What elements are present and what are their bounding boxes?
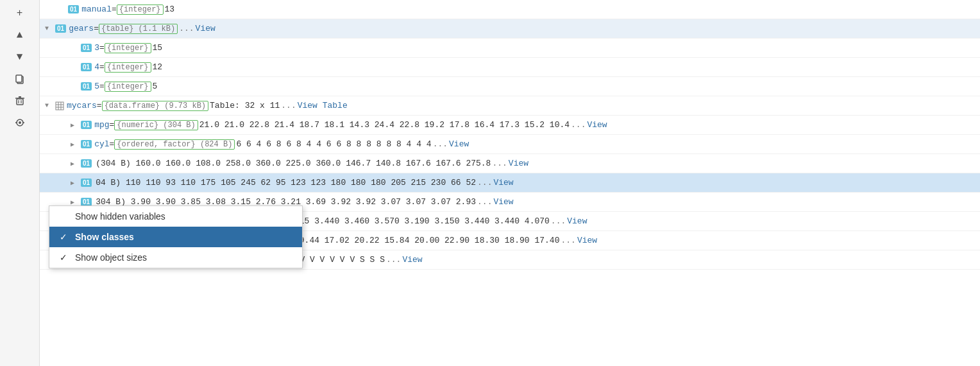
- row-3: 01 3 = {integer} 15: [40, 39, 980, 58]
- toolbar: + ▲ ▼: [0, 0, 40, 366]
- hp-type-badge: 01: [81, 179, 92, 187]
- hp-expand[interactable]: [71, 179, 80, 187]
- gears-type-tag: {table} (1.1 kB): [99, 24, 178, 34]
- row5-type-tag: {integer}: [105, 82, 151, 92]
- down-button[interactable]: ▼: [8, 48, 31, 67]
- disp-expand[interactable]: [71, 160, 80, 168]
- cyl-row: 01 cyl = {ordered, factor} (824 B) 6 6 4…: [40, 135, 980, 154]
- menu-item-show-object-sizes[interactable]: ✓ Show object sizes: [49, 247, 302, 268]
- drat-expand[interactable]: [71, 198, 80, 206]
- cyl-value: 6 6 4 6 8 6 8 4 4 6 6 8 8 8 8 8 8 4 4 4: [236, 139, 431, 149]
- view-button[interactable]: [8, 113, 31, 132]
- mpg-value: 21.0 21.0 22.8 21.4 18.7 18.1 14.3 24.4 …: [199, 120, 570, 130]
- row3-operator: =: [99, 43, 105, 53]
- menu-item-show-hidden-variables[interactable]: Show hidden variables: [49, 206, 302, 227]
- gears-row: 01 gears = {table} (1.1 kB) ... View: [40, 19, 980, 39]
- row3-type-badge: 01: [81, 44, 92, 52]
- disp-value: (304 B) 160.0 160.0 108.0 258.0 360.0 22…: [96, 159, 491, 168]
- cyl-dots: ...: [433, 139, 448, 149]
- wt-view-link[interactable]: View: [567, 216, 587, 226]
- gears-view-link[interactable]: View: [196, 24, 215, 33]
- row4-type-badge: 01: [81, 63, 92, 71]
- disp-dots: ...: [492, 159, 507, 168]
- show-classes-label: Show classes: [75, 232, 134, 242]
- drat-view-link[interactable]: View: [493, 197, 513, 207]
- main-container: + ▲ ▼: [0, 0, 980, 366]
- row4-value: 12: [153, 62, 163, 72]
- disp-row: 01 (304 B) 160.0 160.0 108.0 258.0 360.0…: [40, 154, 980, 173]
- qsec-view-link[interactable]: View: [577, 236, 597, 245]
- mycars-row: mycars = {data.frame} (9.73 kB) Table: 3…: [40, 96, 980, 116]
- gears-type-badge: 01: [55, 24, 66, 33]
- mycars-view-table-link[interactable]: View Table: [298, 101, 348, 110]
- hp-value: 04 B) 110 110 93 110 175 105 245 62 95 1…: [96, 178, 476, 187]
- svg-rect-1: [16, 75, 22, 82]
- dropdown-menu: Show hidden variables ✓ Show classes ✓ S…: [49, 205, 303, 268]
- mpg-type-badge: 01: [81, 121, 92, 129]
- row4-operator: =: [99, 62, 105, 72]
- gears-expand[interactable]: [45, 25, 54, 32]
- copy-button[interactable]: [8, 69, 31, 89]
- drat-dots: ...: [477, 197, 492, 207]
- wt-dots: ...: [551, 216, 566, 226]
- mpg-dots: ...: [571, 120, 586, 130]
- row-5: 01 5 = {integer} 5: [40, 77, 980, 96]
- cyl-expand[interactable]: [71, 141, 80, 148]
- disp-view-link[interactable]: View: [509, 159, 528, 168]
- menu-item-show-classes[interactable]: ✓ Show classes: [49, 227, 302, 247]
- hp-dots: ...: [477, 178, 492, 187]
- hp-row: 01 04 B) 110 110 93 110 175 105 245 62 9…: [40, 173, 980, 193]
- vs-view-link[interactable]: View: [402, 255, 422, 265]
- row5-value: 5: [153, 82, 158, 91]
- row3-var-name: 3: [94, 43, 99, 53]
- cyl-type-tag: {ordered, factor} (824 B): [114, 139, 235, 150]
- manual-value: 13: [165, 4, 175, 14]
- hidden-variables-label: Show hidden variables: [75, 211, 165, 222]
- show-classes-checkmark: ✓: [60, 232, 72, 242]
- no-expand-4: [71, 64, 80, 71]
- mpg-operator: =: [110, 120, 115, 130]
- hp-view-link[interactable]: View: [493, 178, 513, 187]
- mycars-value: Table: 32 x 11: [210, 101, 280, 110]
- gears-operator: =: [94, 24, 99, 33]
- no-expand-manual: [58, 6, 67, 13]
- row3-value: 15: [153, 43, 163, 53]
- mpg-row: 01 mpg = {numeric} (304 B) 21.0 21.0 22.…: [40, 116, 980, 135]
- show-object-sizes-label: Show object sizes: [75, 252, 147, 263]
- no-expand-5: [71, 83, 80, 90]
- mpg-view-link[interactable]: View: [587, 120, 607, 130]
- manual-type-badge: 01: [68, 5, 79, 13]
- row4-var-name: 4: [94, 62, 99, 72]
- svg-rect-11: [56, 102, 63, 110]
- svg-rect-2: [17, 99, 23, 105]
- hidden-variables-checkmark: [60, 211, 72, 222]
- cyl-type-badge: 01: [81, 140, 92, 148]
- mpg-expand[interactable]: [71, 121, 80, 129]
- cyl-view-link[interactable]: View: [449, 139, 469, 149]
- content-area: 01 manual = {integer} 13 01 gears = {tab…: [40, 0, 980, 366]
- manual-operator: =: [112, 4, 117, 14]
- grid-icon: [55, 101, 64, 110]
- mpg-type-tag: {numeric} (304 B): [114, 120, 198, 130]
- manual-type-tag: {integer}: [117, 4, 164, 15]
- manual-row: 01 manual = {integer} 13: [40, 0, 980, 19]
- vs-dots: ...: [386, 255, 401, 265]
- mycars-var-name: mycars: [67, 101, 97, 110]
- delete-button[interactable]: [8, 91, 31, 110]
- gears-dots: ...: [179, 24, 194, 33]
- mpg-var-name: mpg: [94, 120, 109, 130]
- add-button[interactable]: +: [8, 4, 31, 23]
- row-4: 01 4 = {integer} 12: [40, 58, 980, 77]
- cyl-operator: =: [110, 139, 115, 149]
- qsec-dots: ...: [561, 236, 575, 245]
- row5-type-badge: 01: [81, 82, 92, 91]
- row4-type-tag: {integer}: [105, 62, 151, 73]
- manual-var-name: manual: [81, 4, 112, 14]
- mycars-expand[interactable]: [45, 102, 54, 109]
- no-expand-3: [71, 44, 80, 51]
- up-button[interactable]: ▲: [8, 26, 31, 45]
- mycars-dots: ...: [281, 101, 296, 110]
- mycars-operator: =: [97, 101, 102, 110]
- row5-var-name: 5: [94, 82, 99, 91]
- mycars-type-tag: {data.frame} (9.73 kB): [102, 101, 208, 111]
